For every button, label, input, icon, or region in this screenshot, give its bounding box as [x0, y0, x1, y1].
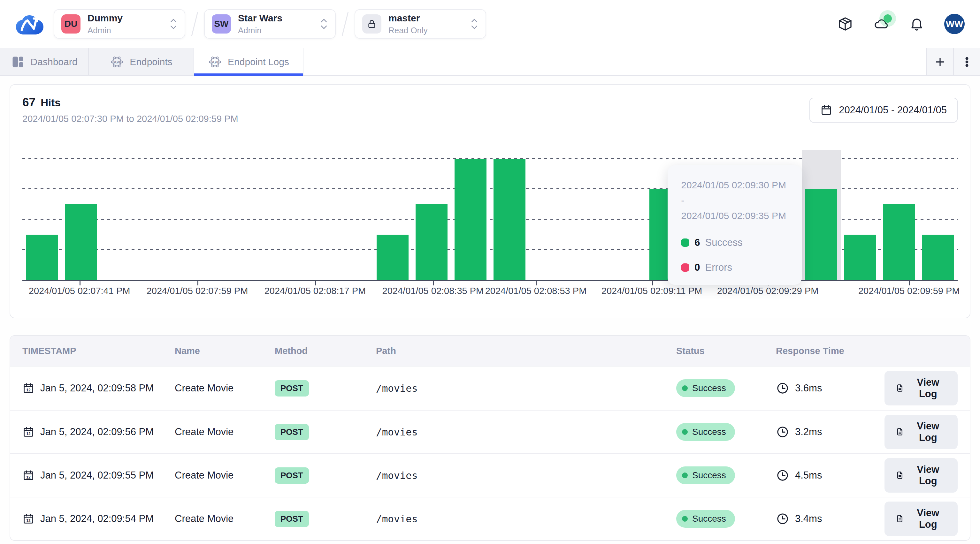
chart-bar[interactable] — [805, 189, 837, 280]
plus-icon — [934, 56, 947, 68]
add-tab-button[interactable] — [926, 48, 953, 75]
kebab-menu-icon — [961, 56, 973, 68]
tooltip-success-label: Success — [705, 237, 743, 248]
log-path: /movies — [376, 469, 676, 481]
view-log-button[interactable]: View Log — [885, 415, 958, 449]
tooltip-success-row: 6 Success — [681, 237, 788, 248]
workspace-role: Admin — [88, 25, 123, 35]
hits-label: Hits — [41, 97, 60, 109]
log-timestamp: Jan 5, 2024, 02:09:58 PM — [40, 382, 154, 394]
tab-label: Dashboard — [31, 57, 78, 67]
chart-bar[interactable] — [493, 159, 525, 280]
tab-label: Endpoints — [130, 57, 172, 67]
log-name: Create Movie — [175, 513, 275, 525]
tab-endpoint-logs[interactable]: API Endpoint Logs — [194, 48, 304, 75]
tab-overflow-menu-button[interactable] — [953, 48, 980, 75]
hits-chart-panel: 67 Hits 2024/01/05 02:07:30 PM to 2024/0… — [10, 84, 970, 318]
chart-bar[interactable] — [844, 235, 876, 280]
axis-tick-label: 2024/01/05 02:08:35 PM — [382, 286, 484, 296]
table-row: 12 Jan 5, 2024, 02:09:55 PM Create Movie… — [10, 453, 970, 497]
chart-bar[interactable] — [377, 235, 409, 280]
chart-bar[interactable] — [922, 235, 954, 280]
top-bar: DU Dummy Admin SW Star Wars Admin — [0, 0, 980, 48]
endpoint-logs-table: TIMESTAMP Name Method Path Status Respon… — [10, 335, 970, 541]
project-selector-star-wars[interactable]: SW Star Wars Admin — [204, 9, 336, 39]
tab-endpoints[interactable]: API Endpoints — [89, 48, 194, 75]
document-icon — [895, 427, 904, 437]
log-name: Create Movie — [175, 382, 275, 394]
log-path: /movies — [376, 513, 676, 525]
tab-dashboard[interactable]: Dashboard — [0, 48, 89, 75]
log-path: /movies — [376, 426, 676, 438]
user-avatar[interactable]: WW — [944, 14, 965, 34]
response-time-value: 3.6ms — [795, 382, 822, 394]
chart-bar[interactable] — [883, 204, 915, 280]
api-hexagon-icon: API — [208, 55, 222, 69]
tooltip-errors-count: 0 — [694, 262, 700, 273]
date-range-picker-button[interactable]: 2024/01/05 - 2024/01/05 — [810, 98, 958, 122]
column-header-path: Path — [376, 346, 676, 356]
column-header-method: Method — [275, 346, 376, 356]
status-badge: Success — [676, 423, 735, 441]
clock-icon — [776, 512, 789, 525]
axis-tick-label: 2024/01/05 02:07:41 PM — [29, 286, 130, 296]
top-actions: WW — [837, 14, 965, 34]
chart-bar[interactable] — [415, 204, 447, 280]
hits-range-subtitle: 2024/01/05 02:07:30 PM to 2024/01/05 02:… — [22, 114, 238, 124]
table-header-row: TIMESTAMP Name Method Path Status Respon… — [10, 336, 970, 366]
tooltip-errors-row: 0 Errors — [681, 262, 788, 273]
status-dot-icon — [682, 516, 688, 522]
chevron-updown-icon — [470, 18, 479, 30]
method-badge: POST — [275, 380, 309, 397]
chart-tooltip: 2024/01/05 02:09:30 PM - 2024/01/05 02:0… — [668, 165, 802, 285]
dashboard-icon — [11, 55, 25, 69]
log-name: Create Movie — [175, 469, 275, 481]
status-dot-icon — [682, 385, 688, 391]
axis-tick-label: 2024/01/05 02:09:59 PM — [858, 286, 960, 296]
log-timestamp: Jan 5, 2024, 02:09:56 PM — [40, 426, 154, 438]
chart-x-axis-labels: 2024/01/05 02:07:41 PM2024/01/05 02:07:5… — [22, 281, 958, 302]
tooltip-success-count: 6 — [694, 237, 700, 248]
app-logo-icon[interactable] — [15, 11, 43, 36]
table-row: 12 Jan 5, 2024, 02:09:54 PM Create Movie… — [10, 497, 970, 540]
date-range-value: 2024/01/05 - 2024/01/05 — [839, 105, 947, 116]
branch-name: master — [388, 13, 428, 24]
workspace-selector-dummy[interactable]: DU Dummy Admin — [54, 9, 185, 39]
svg-text:API: API — [114, 60, 120, 64]
package-icon[interactable] — [837, 16, 854, 32]
method-badge: POST — [275, 511, 309, 527]
workspace-breadcrumb: DU Dummy Admin SW Star Wars Admin — [54, 9, 486, 39]
log-timestamp: Jan 5, 2024, 02:09:54 PM — [40, 513, 154, 525]
document-icon — [895, 470, 904, 481]
view-log-button[interactable]: View Log — [885, 458, 958, 493]
notifications-bell-icon[interactable] — [908, 16, 925, 32]
status-badge: Success — [676, 379, 735, 397]
column-header-timestamp: TIMESTAMP — [22, 346, 175, 356]
log-path: /movies — [376, 382, 676, 394]
view-log-button[interactable]: View Log — [885, 371, 958, 406]
svg-text:12: 12 — [26, 519, 31, 523]
success-dot-icon — [681, 238, 689, 247]
axis-tick-label: 2024/01/05 02:08:53 PM — [485, 286, 587, 296]
project-name: Star Wars — [238, 13, 282, 24]
svg-text:12: 12 — [26, 388, 31, 392]
calendar-date-icon: 12 — [22, 382, 35, 394]
response-time-value: 3.2ms — [795, 426, 822, 438]
axis-tick-label: 2024/01/05 02:08:17 PM — [264, 286, 366, 296]
document-icon — [895, 383, 904, 393]
chart-bar[interactable] — [65, 204, 97, 280]
chart-bar[interactable] — [455, 159, 487, 280]
view-log-button[interactable]: View Log — [885, 501, 958, 536]
error-dot-icon — [681, 263, 689, 272]
chart-bar[interactable] — [26, 235, 58, 280]
log-name: Create Movie — [175, 426, 275, 438]
branch-selector-master[interactable]: master Read Only — [355, 9, 486, 39]
axis-tick-label: 2024/01/05 02:09:11 PM — [601, 286, 702, 296]
cloud-status-icon[interactable] — [873, 16, 889, 32]
hits-count: 67 — [22, 96, 35, 109]
workspace-name: Dummy — [88, 13, 123, 24]
calendar-date-icon: 12 — [22, 513, 35, 525]
column-header-status: Status — [676, 346, 776, 356]
status-badge: Success — [676, 466, 735, 484]
calendar-date-icon: 12 — [22, 426, 35, 438]
